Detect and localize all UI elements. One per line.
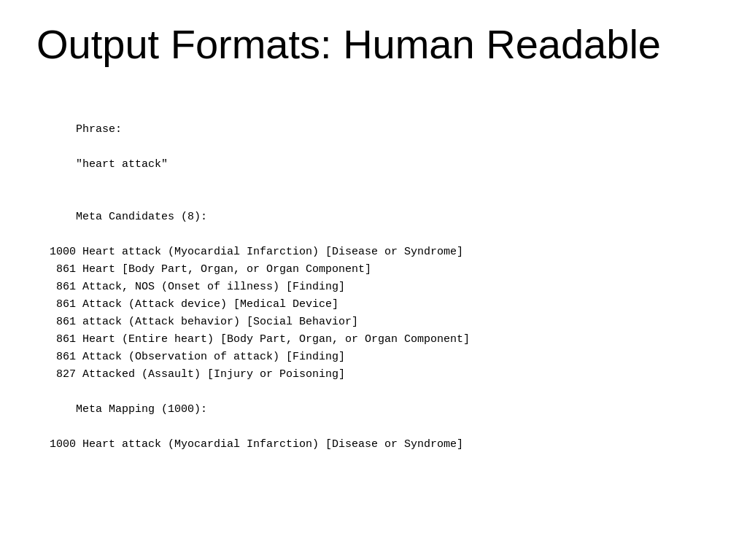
phrase-line: Phrase: "heart attack"	[36, 104, 711, 191]
meta-candidates-label: Meta Candidates (8):	[76, 211, 207, 223]
content-area: Phrase: "heart attack" Meta Candidates (…	[36, 104, 711, 454]
list-item: 1000 Heart attack (Myocardial Infarction…	[36, 436, 711, 454]
page-container: Output Formats: Human Readable Phrase: "…	[0, 0, 747, 560]
list-item: 861 Attack, NOS (Onset of illness) [Find…	[36, 279, 711, 296]
meta-mapping-label-line: Meta Mapping (1000):	[36, 384, 711, 436]
list-item: 827 Attacked (Assault) [Injury or Poison…	[36, 366, 711, 384]
list-item: 861 Heart [Body Part, Organ, or Organ Co…	[36, 261, 711, 279]
phrase-label: Phrase:	[76, 123, 122, 136]
phrase-value: "heart attack"	[76, 158, 168, 171]
list-item: 861 Attack (Observation of attack) [Find…	[36, 349, 711, 366]
candidates-list: 1000 Heart attack (Myocardial Infarction…	[36, 244, 711, 384]
mapping-list: 1000 Heart attack (Myocardial Infarction…	[36, 436, 711, 454]
meta-candidates-label-line: Meta Candidates (8):	[36, 191, 711, 244]
list-item: 861 Attack (Attack device) [Medical Devi…	[36, 296, 711, 314]
list-item: 1000 Heart attack (Myocardial Infarction…	[36, 244, 711, 261]
list-item: 861 Heart (Entire heart) [Body Part, Org…	[36, 331, 711, 349]
list-item: 861 attack (Attack behavior) [Social Beh…	[36, 314, 711, 331]
page-title: Output Formats: Human Readable	[36, 22, 711, 67]
meta-mapping-label: Meta Mapping (1000):	[76, 403, 207, 416]
